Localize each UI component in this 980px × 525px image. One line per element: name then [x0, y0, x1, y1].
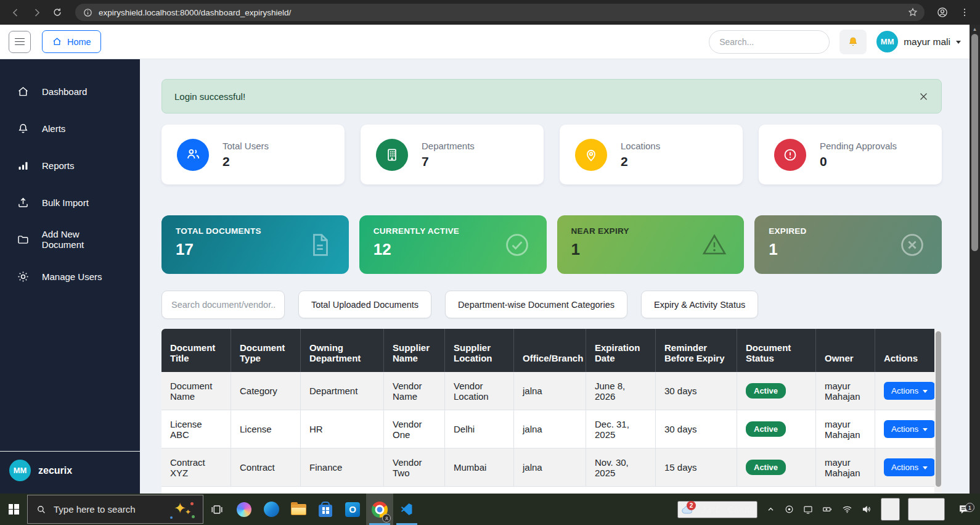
table-row: Document Name Category Department Vendor…	[161, 372, 934, 410]
row-actions-button[interactable]: Actions	[884, 458, 935, 476]
edge-button[interactable]	[258, 494, 285, 525]
stat-label: Locations	[621, 141, 660, 151]
windows-logo-icon	[9, 504, 19, 515]
table-next-row-clipped	[161, 487, 934, 494]
user-name: mayur mali	[904, 36, 950, 48]
table-row: License ABC License HR Vendor One Delhi …	[161, 410, 934, 449]
notifications-button[interactable]	[839, 30, 867, 54]
cell-supplier-location: Delhi	[445, 410, 514, 449]
sidebar-item-add-new-document[interactable]: Add New Document	[0, 221, 140, 258]
bookmark-star-icon[interactable]	[907, 7, 918, 18]
chevron-down-icon	[923, 428, 928, 431]
forward-arrow-icon	[31, 7, 43, 19]
cell-expiration-date: Nov. 30, 2025	[586, 449, 656, 487]
sidebar-item-reports[interactable]: Reports	[0, 147, 140, 184]
document-search-input[interactable]	[161, 291, 285, 319]
sidebar-item-label: Add New Document	[42, 229, 123, 250]
outlook-button[interactable]: O	[339, 494, 366, 525]
cell-reminder: 15 days	[656, 449, 737, 487]
sidebar-toggle-button[interactable]	[9, 31, 31, 53]
file-explorer-button[interactable]	[285, 494, 312, 525]
cell-document-title: Contract XYZ	[161, 449, 231, 487]
cell-document-type: Contract	[231, 449, 301, 487]
sidebar-item-label: Manage Users	[42, 271, 102, 282]
expiry-activity-status-button[interactable]: Expiry & Activity Status	[641, 291, 758, 318]
copilot-button[interactable]	[231, 494, 258, 525]
weather-temp: 23°C	[701, 504, 722, 515]
stat-value: 7	[422, 154, 429, 168]
taskbar-clock[interactable]: 2:27 AM 9/28/2025	[908, 498, 945, 521]
task-view-button[interactable]	[203, 494, 231, 525]
sidebar-item-dashboard[interactable]: Dashboard	[0, 73, 140, 110]
weather-widget[interactable]: 2 23°C Cloudy	[677, 501, 757, 518]
reload-icon	[52, 7, 63, 18]
profile-circle-icon	[936, 6, 949, 19]
weather-condition: Cloudy	[728, 504, 757, 515]
org-name: zecurix	[38, 465, 72, 476]
summary-card-near-expiry: NEAR EXPIRY 1	[557, 215, 745, 274]
outlook-icon: O	[345, 502, 360, 517]
cell-owning-department: HR	[301, 410, 384, 449]
file-explorer-icon	[291, 504, 306, 515]
user-avatar: MM	[876, 31, 898, 52]
clock-date: 9/28/2025	[909, 510, 944, 520]
total-uploaded-documents-button[interactable]: Total Uploaded Documents	[298, 291, 431, 318]
col-document-title: Document Title	[161, 329, 231, 372]
vscode-icon	[400, 502, 414, 516]
cell-document-type: License	[231, 410, 301, 449]
weather-alert-badge: 2	[687, 501, 696, 510]
department-wise-categories-button[interactable]: Department-wise Document Categories	[445, 291, 627, 318]
row-actions-button[interactable]: Actions	[884, 382, 935, 400]
sidebar-item-manage-users[interactable]: Manage Users	[0, 258, 140, 295]
col-owner: Owner	[816, 329, 875, 372]
start-button[interactable]	[0, 494, 27, 525]
stat-card-pending-approvals: Pending Approvals 0	[759, 125, 942, 184]
col-office-branch: Office/Branch	[514, 329, 586, 372]
location-indicator-icon[interactable]	[784, 504, 794, 515]
cell-supplier-name: Vendor One	[384, 410, 445, 449]
alert-close-button[interactable]	[918, 91, 929, 102]
home-button[interactable]: Home	[42, 30, 101, 53]
sidebar-footer: MM zecurix	[0, 451, 140, 494]
close-icon	[918, 91, 929, 102]
cell-reminder: 30 days	[656, 410, 737, 449]
scroll-up-arrow-icon[interactable]: ▲	[970, 25, 980, 34]
browser-menu-button[interactable]	[955, 3, 974, 22]
sidebar-item-bulk-import[interactable]: Bulk Import	[0, 184, 140, 221]
table-scrollbar[interactable]	[934, 330, 942, 493]
sidebar-item-alerts[interactable]: Alerts	[0, 110, 140, 147]
browser-back-button[interactable]	[6, 3, 25, 22]
browser-profile-button[interactable]	[933, 3, 952, 22]
notification-count-badge: 1	[965, 503, 974, 512]
task-view-icon	[210, 503, 224, 516]
taskbar-search-box[interactable]: Type here to search ✦✦	[27, 495, 203, 524]
cell-office-branch: jalna	[514, 372, 586, 410]
cell-owner: mayur Mahajan	[816, 410, 875, 449]
cell-document-title: Document Name	[161, 372, 231, 410]
col-document-type: Document Type	[231, 329, 301, 372]
page-scrollbar-thumb[interactable]	[971, 34, 978, 251]
global-search-input[interactable]	[709, 30, 830, 54]
chevron-down-icon	[923, 390, 928, 393]
vscode-button[interactable]	[393, 494, 420, 525]
battery-icon[interactable]	[822, 503, 833, 515]
browser-reload-button[interactable]	[48, 3, 67, 22]
site-info-icon[interactable]	[83, 7, 93, 18]
display-icon[interactable]	[802, 504, 814, 515]
address-bar[interactable]: expiryshield.localhost:8000/dashboard_ex…	[75, 4, 925, 21]
chrome-button[interactable]	[366, 494, 393, 525]
taskbar-search-placeholder: Type here to search	[54, 504, 136, 515]
browser-forward-button[interactable]	[27, 3, 46, 22]
row-actions-button[interactable]: Actions	[884, 420, 935, 438]
language-indicator[interactable]: ENG IN	[881, 498, 900, 521]
volume-icon[interactable]	[861, 503, 873, 515]
wifi-icon[interactable]	[841, 503, 853, 515]
action-center-button[interactable]: 1	[953, 503, 975, 516]
user-menu[interactable]: MM mayur mali	[876, 31, 961, 52]
copilot-sparkles-icon: ✦✦	[169, 498, 195, 521]
page-scrollbar[interactable]: ▲	[970, 25, 980, 494]
microsoft-store-button[interactable]	[312, 494, 339, 525]
cell-supplier-location: Vendor Location	[445, 372, 514, 410]
tray-expand-button[interactable]	[766, 504, 776, 515]
copilot-icon	[237, 502, 251, 517]
